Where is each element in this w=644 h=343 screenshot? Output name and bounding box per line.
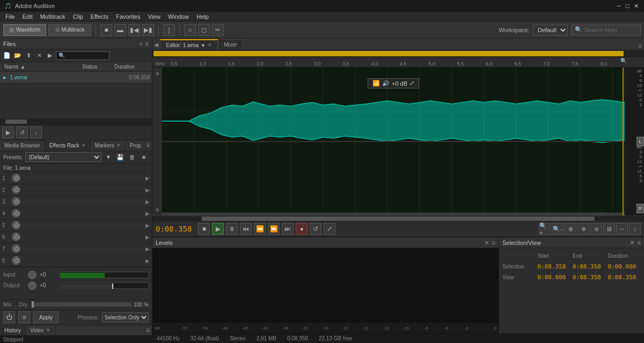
maximize-button[interactable]: □ [624,2,631,10]
tab-effects-rack[interactable]: Effects Rack ✕ [45,140,91,151]
process-select[interactable]: Selection Only [102,312,149,322]
file-row[interactable]: ► 1.wma 0:08.358 [0,72,152,83]
files-panel-menu[interactable]: ≡ [145,40,149,48]
workspace-select[interactable]: Default [533,25,568,35]
zoom-full-button[interactable]: ⊞ [603,223,615,235]
preset-save-icon[interactable]: 💾 [115,152,125,162]
tab-markers[interactable]: Markers ✕ [91,140,126,151]
toolbar-icon-4[interactable]: ▶▮ [142,24,154,36]
preset-star-icon[interactable]: ★ [139,152,149,162]
zoom-out-button[interactable]: 🔍- [552,223,564,235]
editor-tab-wma[interactable]: Editor: 1.wma ▾ ✕ [160,39,218,50]
effect-expand[interactable]: ▶ [145,199,150,205]
close-button[interactable]: ✕ [632,2,640,10]
back-button[interactable]: ⏪ [254,223,266,235]
files-search-input[interactable] [56,51,109,60]
effect-power-btn[interactable]: ⏻ [12,174,20,182]
input-knob[interactable] [28,271,36,279]
sel-start-value[interactable]: 0:08.358 [538,263,571,270]
play-button-transport[interactable]: ▶ [212,223,224,235]
tab-history[interactable]: History [0,325,26,335]
effect-expand[interactable]: ▶ [145,234,150,240]
open-file-icon[interactable]: 📂 [13,51,23,61]
tab-media-browser[interactable]: Media Browser [0,140,45,151]
play-button[interactable]: ▶ [2,126,14,138]
markers-close[interactable]: ✕ [116,143,121,148]
hscroll-thumb[interactable] [202,217,595,221]
menu-help[interactable]: Help [193,12,212,21]
toolbar-icon-5[interactable]: | [163,24,175,36]
play-file-icon[interactable]: ▶ [45,51,55,61]
effect-expand[interactable]: ▶ [145,211,150,217]
files-panel-collapse[interactable]: « [139,40,143,48]
levels-close[interactable]: ✕ [484,239,489,247]
waveform-svg[interactable] [162,68,625,215]
toolbar-icon-6[interactable]: ○ [184,24,196,36]
effect-power-btn[interactable]: ⏻ [12,233,20,241]
sel-close[interactable]: ✕ [630,239,635,247]
zoom-height-button[interactable]: ↕ [629,223,641,235]
window-controls[interactable]: ─ □ ✕ [615,2,640,10]
effects-rack-close[interactable]: ✕ [82,143,86,148]
effect-expand[interactable]: ▶ [145,258,150,264]
menu-effects[interactable]: Effects [87,12,112,21]
menu-clip[interactable]: Clip [70,12,86,21]
toolbar-icon-1[interactable]: ■ [100,24,112,36]
toolbar-draw-icon[interactable]: ✏ [212,24,224,36]
power-toggle-button[interactable]: ⏻ [3,311,15,323]
effect-power-btn[interactable]: ⏻ [12,185,20,194]
apply-button[interactable]: Apply [33,311,58,323]
sel-menu[interactable]: ≡ [637,239,641,247]
lower-panel-menu[interactable]: ≡ [146,141,150,149]
to-end-button[interactable]: ⏭ [282,223,294,235]
stop-button[interactable]: ■ [198,223,210,235]
history-panel-menu[interactable]: ≡ [146,326,150,334]
toolbar-icon-7[interactable]: ◻ [198,24,210,36]
view-start-value[interactable]: 0:00.000 [538,274,571,281]
zoom-in-icon[interactable]: 🔍 [620,58,627,64]
editor-tab-dropdown[interactable]: ▾ [202,42,204,48]
tab-left-arrow[interactable]: ◀ [152,39,160,50]
zoom-fit-button[interactable]: ⊕ [565,223,576,235]
new-file-icon[interactable]: 📄 [2,51,12,61]
sel-end-value[interactable]: 0:08.358 [573,263,606,270]
editor-tab-mixer[interactable]: Mixer [218,39,243,50]
menu-view[interactable]: View [144,12,164,21]
vol-fullscreen-icon[interactable]: ⤢ [409,80,414,87]
record-button[interactable]: ● [296,223,308,235]
effect-expand[interactable]: ▶ [145,175,150,181]
extra-button[interactable]: ⤢ [324,223,335,235]
minimize-button[interactable]: ─ [615,2,623,10]
sel-dur-value[interactable]: 0:00.000 [608,263,641,270]
toolbar-icon-2[interactable]: ▬ [114,24,126,36]
input-slider[interactable] [59,272,149,278]
menu-file[interactable]: File [2,12,18,21]
multitrack-button[interactable]: ⊞ Multitrack [48,24,91,36]
zoom-selection-button[interactable]: ⊗ [577,223,589,235]
video-close[interactable]: ✕ [46,327,50,333]
files-scrollbar[interactable] [0,118,152,125]
tab-prop[interactable]: Prop [126,140,146,151]
mix-slider[interactable] [32,302,131,307]
editor-tab-close[interactable]: ✕ [208,42,212,48]
effect-expand[interactable]: ▶ [145,187,150,193]
forward-button[interactable]: ⏩ [268,223,280,235]
levels-menu[interactable]: ≡ [492,239,495,247]
effect-power-btn[interactable]: ⏻ [12,209,20,218]
editor-scrollbar[interactable] [152,50,644,57]
effect-power-btn[interactable]: ⏻ [12,256,20,265]
menu-window[interactable]: Window [165,12,192,21]
zoom-prev-button[interactable]: ⊖ [590,223,602,235]
output-knob[interactable] [28,281,36,290]
zoom-width-button[interactable]: ↔ [616,223,628,235]
effect-expand[interactable]: ▶ [145,222,150,228]
scroll-thumb[interactable] [5,120,27,124]
waveform-button[interactable]: ▦ Waveform [3,24,46,36]
effect-expand[interactable]: ▶ [145,246,150,252]
menu-edit[interactable]: Edit [19,12,36,21]
menu-multitrack[interactable]: Multitrack [37,12,69,21]
to-start-button[interactable]: ⏮ [240,223,252,235]
effects-list-button[interactable]: ≡ [18,311,30,323]
menu-favorites[interactable]: Favorites [113,12,143,21]
editor-scroll-thumb[interactable] [153,51,624,56]
